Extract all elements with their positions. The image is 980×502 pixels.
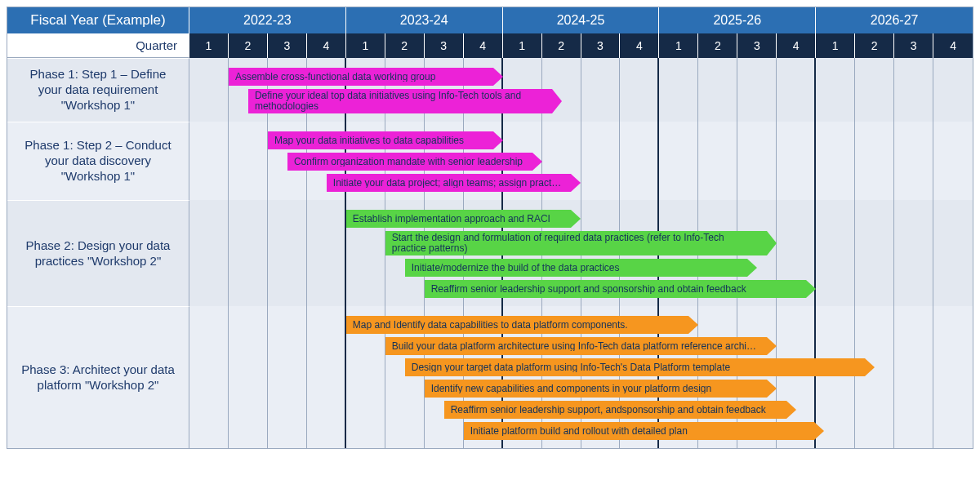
task-row: Initiate your data project; align teams;… [189,174,973,192]
task-label: Map your data initiatives to data capabi… [274,135,464,146]
q-cell: 3 [581,33,621,58]
q-cell: 4 [933,33,973,58]
phase-body: Establish implementation approach and RA… [189,200,973,306]
task-row: Identify new capabilities and components… [189,380,973,398]
phase-row-phase2: Phase 2: Design your data practices "Wor… [7,200,973,306]
q-cell: 4 [620,33,659,58]
phase-label: Phase 3: Architect your data platform "W… [7,306,189,448]
task-label: Assemble cross-functional data working g… [235,72,435,82]
fiscal-year-title: Fiscal Year (Example) [7,7,189,33]
q-cell: 1 [816,33,855,58]
q-cell: 1 [189,33,229,58]
q-cell: 3 [737,33,777,58]
q-cell: 1 [503,33,542,58]
phase-row-phase1-step2: Phase 1: Step 2 – Conduct your data disc… [7,122,973,200]
task-row: Reaffirm senior leadership support and s… [189,280,973,298]
fiscal-year-header: Fiscal Year (Example) 2022-23 2023-24 20… [7,7,973,33]
task-label: Map and Identify data capabilities to da… [353,320,628,331]
task-label: Reaffirm senior leadership support and s… [431,284,746,295]
phase-label: Phase 1: Step 2 – Conduct your data disc… [7,122,189,200]
task-bar: Identify new capabilities and components… [425,380,768,398]
task-bar: Start the design and formulation of requ… [385,231,768,255]
task-row: Map and Identify data capabilities to da… [189,316,973,334]
task-row: Define your ideal top data initiatives u… [189,89,973,113]
year-2025-26: 2025-26 [659,7,816,33]
q-cell: 4 [307,33,346,58]
task-row: Reaffirm senior leadership support, ands… [189,401,973,419]
task-bar: Reaffirm senior leadership support and s… [425,280,807,298]
task-bar: Initiate/modernize the build of the data… [405,259,748,277]
q-cell: 4 [777,33,816,58]
phase-row-phase1-step1: Phase 1: Step 1 – Define your data requi… [7,58,973,122]
task-row: Build your data platform architecture us… [189,337,973,355]
task-bar: Initiate platform build and rollout with… [464,422,814,440]
task-bar: Confirm organization mandate with senior… [287,153,532,171]
phase-label: Phase 1: Step 1 – Define your data requi… [7,58,189,122]
phase-body: Map and Identify data capabilities to da… [189,306,973,448]
task-label: Initiate/modernize the build of the data… [412,263,620,273]
phase-body: Assemble cross-functional data working g… [189,58,973,122]
q-cell: 2 [698,33,737,58]
task-bar: Design your target data platform using I… [405,358,865,376]
task-label: Start the design and formulation of requ… [392,233,760,253]
task-label: Define your ideal top data initiatives u… [255,91,544,111]
task-bar: Assemble cross-functional data working g… [229,68,493,86]
q-cell: 2 [542,33,581,58]
task-bar: Build your data platform architecture us… [385,337,768,355]
task-row: Design your target data platform using I… [189,358,973,376]
task-list: Establish implementation approach and RA… [189,200,973,306]
q-cell: 2 [229,33,268,58]
year-2023-24: 2023-24 [346,7,503,33]
task-bar: Define your ideal top data initiatives u… [248,89,552,113]
year-2022-23: 2022-23 [189,7,346,33]
phase-label: Phase 2: Design your data practices "Wor… [7,200,189,306]
q-cell: 2 [855,33,894,58]
task-bar: Reaffirm senior leadership support, ands… [444,401,787,419]
q-cell: 1 [346,33,385,58]
task-row: Confirm organization mandate with senior… [189,153,973,171]
task-label: Initiate platform build and rollout with… [470,426,688,437]
task-row: Map your data initiatives to data capabi… [189,131,973,149]
task-row: Assemble cross-functional data working g… [189,68,973,86]
roadmap-chart: Fiscal Year (Example) 2022-23 2023-24 20… [7,7,973,449]
task-label: Identify new capabilities and components… [431,384,712,394]
quarter-label: Quarter [7,33,189,58]
task-bar: Map and Identify data capabilities to da… [346,316,689,334]
year-2024-25: 2024-25 [503,7,660,33]
task-label: Design your target data platform using I… [412,362,730,373]
task-list: Assemble cross-functional data working g… [189,58,973,122]
task-row: Initiate/modernize the build of the data… [189,259,973,277]
task-list: Map and Identify data capabilities to da… [189,306,973,448]
task-row: Establish implementation approach and RA… [189,210,973,228]
task-label: Confirm organization mandate with senior… [294,157,523,167]
quarter-header: Quarter 1 2 3 4 1 2 3 4 1 2 3 4 1 2 3 4 … [7,33,973,58]
q-cell: 4 [464,33,503,58]
q-cell: 1 [659,33,698,58]
task-bar: Establish implementation approach and RA… [346,210,572,228]
q-cell: 3 [425,33,464,58]
task-label: Build your data platform architecture us… [392,341,760,352]
task-label: Establish implementation approach and RA… [353,214,550,224]
phase-body: Map your data initiatives to data capabi… [189,122,973,200]
task-label: Reaffirm senior leadership support, ands… [451,405,766,415]
task-row: Initiate platform build and rollout with… [189,422,973,440]
task-bar: Map your data initiatives to data capabi… [268,131,493,149]
q-cell: 3 [268,33,307,58]
phase-row-phase3: Phase 3: Architect your data platform "W… [7,306,973,448]
task-row: Start the design and formulation of requ… [189,231,973,255]
task-bar: Initiate your data project; align teams;… [327,174,572,192]
roadmap-body: Phase 1: Step 1 – Define your data requi… [7,58,973,448]
task-list: Map your data initiatives to data capabi… [189,122,973,200]
q-cell: 2 [385,33,425,58]
q-cell: 3 [894,33,933,58]
year-2026-27: 2026-27 [816,7,973,33]
task-label: Initiate your data project; align teams;… [333,178,564,189]
